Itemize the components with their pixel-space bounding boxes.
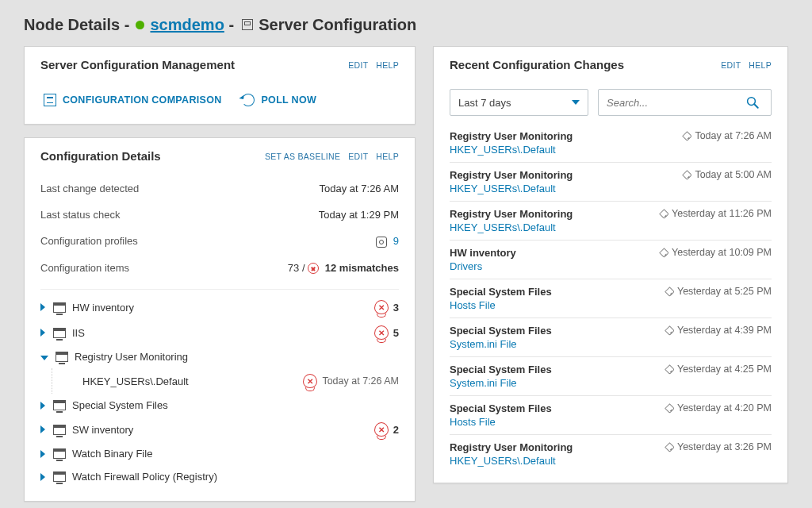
change-time: Yesterday at 4:25 PM: [677, 364, 772, 375]
poll-now-button[interactable]: POLL NOW: [242, 94, 316, 106]
mismatches-text: 12 mismatches: [325, 262, 399, 274]
mismatch-badge-icon: ✕: [374, 422, 389, 437]
last-check-label: Last status check: [40, 209, 120, 221]
change-row[interactable]: HW inventoryDriversYesterday at 10:09 PM: [450, 240, 772, 279]
mismatch-count: 3: [393, 302, 399, 314]
last-change-value: Today at 7:26 AM: [320, 183, 399, 194]
pencil-icon: [665, 287, 675, 297]
change-title: Registry User Monitoring: [450, 169, 573, 181]
refresh-icon: [242, 94, 255, 106]
change-time: Today at 5:00 AM: [695, 169, 772, 180]
change-title: Special System Files: [450, 364, 552, 375]
chevron-down-icon: [572, 100, 580, 105]
expand-icon[interactable]: [40, 425, 45, 433]
change-row[interactable]: Registry User MonitoringHKEY_USERs\.Defa…: [450, 434, 772, 473]
time-range-select[interactable]: Last 7 days: [450, 89, 588, 116]
change-time: Today at 7:26 AM: [695, 130, 772, 141]
change-time: Yesterday at 10:09 PM: [672, 247, 772, 258]
expand-icon[interactable]: [40, 473, 45, 481]
change-time: Yesterday at 3:26 PM: [677, 441, 772, 452]
change-title: HW inventory: [450, 247, 516, 259]
profile-icon: [53, 302, 66, 313]
compare-icon: [44, 94, 56, 106]
tree-label: SW inventory: [72, 424, 374, 436]
change-row[interactable]: Special System FilesSystem.ini FileYeste…: [450, 318, 772, 356]
expand-icon[interactable]: [40, 329, 45, 337]
set-as-baseline-link[interactable]: SET AS BASELINE: [265, 152, 340, 161]
change-subtitle: System.ini File: [450, 338, 552, 350]
change-title: Special System Files: [450, 286, 552, 298]
tree-row[interactable]: Registry User Monitoring: [40, 345, 399, 368]
poll-label: POLL NOW: [261, 94, 316, 106]
change-time: Yesterday at 5:25 PM: [677, 286, 772, 297]
tree-child-time: Today at 7:26 AM: [322, 375, 399, 387]
search-button[interactable]: [741, 90, 764, 114]
pencil-icon: [683, 131, 693, 141]
items-count: 73 /: [288, 262, 308, 274]
tree-row[interactable]: HW inventory✕3: [40, 294, 399, 320]
profile-icon: [56, 352, 68, 362]
recent-edit-link[interactable]: EDIT: [721, 60, 741, 70]
change-row[interactable]: Registry User MonitoringHKEY_USERs\.Defa…: [450, 124, 772, 162]
scm-panel-title: Server Configuration Management: [40, 58, 348, 71]
change-row[interactable]: Special System FilesSystem.ini FileYeste…: [450, 356, 772, 395]
tree-row[interactable]: Watch Binary File: [40, 442, 399, 465]
pencil-icon: [659, 209, 669, 219]
profile-icon: [53, 425, 66, 435]
tree-label: Special System Files: [72, 399, 399, 411]
tree-row[interactable]: Special System Files: [40, 394, 399, 417]
mismatch-badge-icon: ✕: [303, 374, 317, 388]
title-prefix: Node Details -: [24, 16, 134, 33]
pencil-icon: [665, 364, 675, 375]
change-row[interactable]: Special System FilesHosts FileYesterday …: [450, 279, 772, 318]
changes-list: Registry User MonitoringHKEY_USERs\.Defa…: [434, 122, 787, 483]
change-subtitle: Hosts File: [450, 299, 552, 311]
tree-child-label: HKEY_USERs\.Default: [82, 375, 303, 387]
svg-line-1: [754, 104, 758, 108]
items-row: Configuration items 73 / 12 mismatches: [40, 255, 399, 282]
recent-help-link[interactable]: HELP: [749, 60, 772, 70]
title-suffix: Server Configuration: [259, 16, 416, 33]
scm-edit-link[interactable]: EDIT: [348, 60, 368, 70]
tree-child-row[interactable]: HKEY_USERs\.Default✕Today at 7:26 AM: [52, 368, 399, 394]
search-icon: [745, 95, 760, 110]
details-help-link[interactable]: HELP: [376, 152, 399, 161]
change-subtitle: HKEY_USERs\.Default: [450, 455, 573, 467]
scm-help-link[interactable]: HELP: [376, 60, 399, 70]
tree-label: IIS: [72, 327, 374, 339]
pencil-icon: [665, 442, 675, 452]
pencil-icon: [683, 170, 693, 180]
tree-row[interactable]: SW inventory✕2: [40, 417, 399, 442]
profile-icon: [53, 328, 66, 338]
mismatch-icon: [308, 263, 319, 274]
change-subtitle: Drivers: [450, 260, 516, 272]
details-edit-link[interactable]: EDIT: [348, 152, 368, 161]
change-subtitle: Hosts File: [450, 416, 552, 428]
change-title: Registry User Monitoring: [450, 130, 573, 142]
expand-icon[interactable]: [40, 402, 45, 410]
search-input[interactable]: [607, 97, 741, 109]
last-change-row: Last change detected Today at 7:26 AM: [40, 175, 399, 202]
mismatch-count: 5: [393, 327, 399, 339]
expand-icon[interactable]: [40, 303, 45, 311]
change-subtitle: HKEY_USERs\.Default: [450, 221, 573, 233]
profiles-count-link[interactable]: 9: [393, 235, 399, 247]
details-panel: Configuration Details SET AS BASELINE ED…: [24, 137, 416, 502]
change-row[interactable]: Registry User MonitoringHKEY_USERs\.Defa…: [450, 162, 772, 201]
change-row[interactable]: Special System FilesHosts FileYesterday …: [450, 395, 772, 434]
profiles-row: Configuration profiles 9: [40, 228, 399, 255]
compare-label: CONFIGURATION COMPARISON: [63, 94, 221, 106]
tree-row[interactable]: IIS✕5: [40, 320, 399, 345]
details-panel-title: Configuration Details: [40, 149, 265, 163]
last-check-value: Today at 1:29 PM: [319, 209, 399, 221]
scm-panel: Server Configuration Management EDIT HEL…: [24, 46, 416, 125]
collapse-icon[interactable]: [40, 356, 48, 360]
change-row[interactable]: Registry User MonitoringHKEY_USERs\.Defa…: [450, 201, 772, 240]
server-icon: [242, 19, 253, 30]
recent-panel-title: Recent Configuration Changes: [450, 58, 721, 71]
profile-icon: [53, 471, 66, 482]
configuration-comparison-button[interactable]: CONFIGURATION COMPARISON: [44, 94, 221, 106]
expand-icon[interactable]: [40, 450, 45, 458]
node-name-link[interactable]: scmdemo: [150, 16, 224, 33]
tree-row[interactable]: Watch Firewall Policy (Registry): [40, 465, 399, 488]
